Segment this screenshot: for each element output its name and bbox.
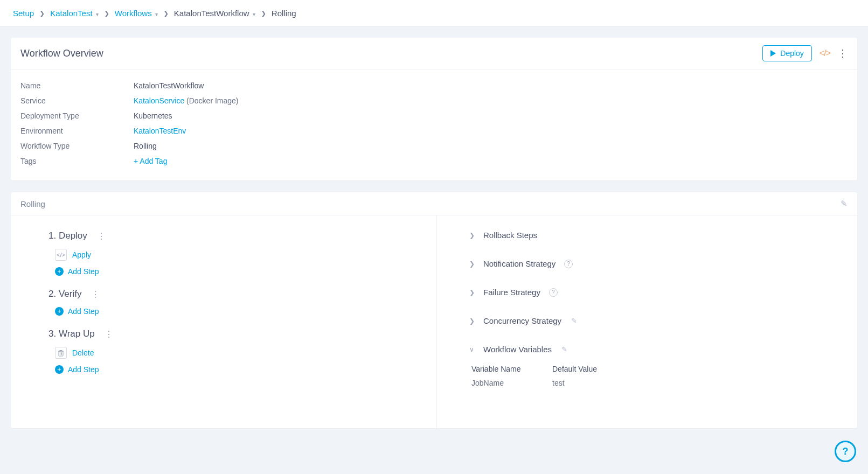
var-head-value: Default Value — [552, 365, 597, 373]
failure-strategy-section[interactable]: ❯ Failure Strategy ? — [469, 288, 836, 297]
overview-service-link[interactable]: KatalonService — [134, 96, 184, 105]
stage-deploy-title: 1. Deploy — [48, 231, 87, 241]
stage-verify: 2. Verify ⋮ + Add Step — [48, 289, 415, 316]
rolling-title: Rolling — [20, 199, 45, 208]
step-delete[interactable]: Delete — [55, 347, 415, 359]
var-value: test — [552, 379, 565, 387]
step-apply-label: Apply — [72, 250, 91, 259]
code-icon: </> — [55, 249, 67, 261]
overview-service-label: Service — [20, 96, 134, 105]
breadcrumb-current: Rolling — [272, 9, 296, 18]
breadcrumb: Setup ❯ KatalonTest ▾ ❯ Workflows ▾ ❯ Ka… — [0, 0, 868, 27]
code-icon[interactable]: </> — [820, 48, 830, 58]
stages-column: 1. Deploy ⋮ </> Apply + Add Step 2 — [11, 215, 437, 428]
stage-verify-menu-icon[interactable]: ⋮ — [91, 289, 100, 299]
stage-wrapup: 3. Wrap Up ⋮ Delete + — [48, 329, 415, 374]
workflow-overview-card: Workflow Overview Deploy </> ⋮ Name Kata… — [11, 38, 857, 180]
overview-name-value: KatalonTestWorkflow — [134, 81, 204, 90]
breadcrumb-workflow-label: KatalonTestWorkflow — [174, 9, 249, 18]
concurrency-strategy-section[interactable]: ❯ Concurrency Strategy ✎ — [469, 316, 836, 325]
workflow-variables-table: Variable Name Default Value JobName test — [471, 365, 836, 387]
overview-env-link[interactable]: KatalonTestEnv — [134, 127, 186, 135]
strategies-column: ❯ Rollback Steps ❯ Notification Strategy… — [437, 215, 857, 428]
chevron-right-icon: ❯ — [469, 232, 477, 239]
workflow-overview-title: Workflow Overview — [20, 48, 103, 59]
add-step-label: Add Step — [68, 365, 99, 374]
failure-strategy-label: Failure Strategy — [483, 288, 540, 297]
overview-env-label: Environment — [20, 127, 134, 135]
edit-icon[interactable]: ✎ — [841, 199, 848, 208]
chevron-right-icon: ❯ — [469, 317, 477, 325]
rollback-steps-label: Rollback Steps — [483, 231, 537, 240]
breadcrumb-workflows[interactable]: Workflows ▾ — [115, 9, 158, 18]
stage-wrapup-title: 3. Wrap Up — [48, 329, 95, 339]
breadcrumb-setup[interactable]: Setup — [13, 9, 34, 18]
add-step-label: Add Step — [68, 267, 99, 276]
play-icon — [770, 50, 776, 57]
caret-down-icon[interactable]: ▾ — [253, 11, 255, 17]
overview-service-suffix: (Docker Image) — [184, 96, 238, 105]
caret-down-icon[interactable]: ▾ — [155, 11, 158, 17]
step-delete-label: Delete — [72, 348, 94, 357]
step-apply[interactable]: </> Apply — [55, 249, 415, 261]
breadcrumb-workflows-label: Workflows — [115, 9, 152, 18]
help-icon[interactable]: ? — [549, 288, 558, 297]
concurrency-strategy-label: Concurrency Strategy — [483, 316, 561, 325]
chevron-right-icon: ❯ — [469, 260, 477, 268]
plus-icon: + — [55, 307, 64, 316]
workflow-variables-section[interactable]: ∨ Workflow Variables ✎ — [469, 345, 836, 354]
rolling-card: Rolling ✎ 1. Deploy ⋮ </> Apply + — [11, 192, 857, 428]
chevron-right-icon: ❯ — [104, 10, 109, 17]
rollback-steps-section[interactable]: ❯ Rollback Steps — [469, 231, 836, 240]
overview-wft-value: Rolling — [134, 142, 157, 150]
plus-icon: + — [55, 365, 64, 374]
help-icon[interactable]: ? — [564, 260, 573, 268]
add-step-deploy[interactable]: + Add Step — [55, 267, 415, 276]
notification-strategy-label: Notification Strategy — [483, 259, 555, 268]
deploy-button-label: Deploy — [780, 49, 804, 58]
overview-name-label: Name — [20, 81, 134, 90]
edit-icon[interactable]: ✎ — [571, 317, 577, 325]
caret-down-icon[interactable]: ▾ — [96, 11, 99, 17]
stage-verify-title: 2. Verify — [48, 289, 81, 299]
breadcrumb-app-label: KatalonTest — [50, 9, 92, 18]
breadcrumb-app[interactable]: KatalonTest ▾ — [50, 9, 99, 18]
chevron-right-icon: ❯ — [469, 289, 477, 296]
svg-rect-0 — [59, 351, 63, 356]
chevron-right-icon: ❯ — [163, 10, 169, 17]
plus-icon: + — [55, 267, 64, 276]
workflow-variables-label: Workflow Variables — [483, 345, 552, 354]
add-step-verify[interactable]: + Add Step — [55, 307, 415, 316]
add-step-label: Add Step — [68, 307, 99, 316]
trash-icon — [55, 347, 67, 359]
deploy-button[interactable]: Deploy — [762, 45, 812, 61]
notification-strategy-section[interactable]: ❯ Notification Strategy ? — [469, 259, 836, 268]
add-step-wrapup[interactable]: + Add Step — [55, 365, 415, 374]
overview-tags-label: Tags — [20, 157, 134, 165]
breadcrumb-workflow[interactable]: KatalonTestWorkflow ▾ — [174, 9, 255, 18]
var-name: JobName — [471, 379, 552, 387]
more-menu-icon[interactable]: ⋮ — [838, 48, 848, 58]
add-tag-button[interactable]: + Add Tag — [134, 157, 167, 165]
overview-deptype-label: Deployment Type — [20, 111, 134, 120]
stage-wrapup-menu-icon[interactable]: ⋮ — [105, 329, 113, 339]
chevron-down-icon: ∨ — [469, 346, 477, 353]
stage-deploy: 1. Deploy ⋮ </> Apply + Add Step — [48, 231, 415, 276]
stage-deploy-menu-icon[interactable]: ⋮ — [97, 231, 106, 241]
edit-icon[interactable]: ✎ — [561, 345, 567, 353]
chevron-right-icon: ❯ — [39, 10, 45, 17]
var-head-name: Variable Name — [471, 365, 552, 373]
var-row: JobName test — [471, 379, 836, 387]
chevron-right-icon: ❯ — [261, 10, 266, 17]
overview-deptype-value: Kubernetes — [134, 111, 172, 120]
overview-wft-label: Workflow Type — [20, 142, 134, 150]
